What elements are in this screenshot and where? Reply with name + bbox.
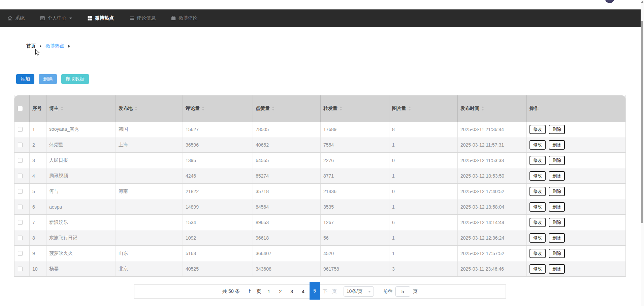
- header-comments[interactable]: 评论量: [183, 95, 253, 122]
- row-checkbox[interactable]: [18, 251, 23, 256]
- nav-item-profile[interactable]: 个人中心: [40, 9, 72, 27]
- row-checkbox[interactable]: [18, 174, 23, 178]
- table-row: 1 sooyaaa_智秀 韩国 15627 78505 17689 8 2025…: [14, 122, 625, 137]
- row-checkbox[interactable]: [18, 189, 23, 194]
- delete-button[interactable]: 删除: [549, 202, 565, 212]
- next-page-button[interactable]: 下一页: [323, 288, 337, 295]
- cell-publish-time: 2025-03-11 21:36:44: [458, 122, 527, 137]
- cell-publish-time: 2025-03-12 17:57:52: [458, 246, 527, 261]
- page-number-1[interactable]: 1: [263, 289, 275, 294]
- delete-button[interactable]: 删除: [39, 74, 57, 84]
- header-reposts[interactable]: 转发量: [321, 95, 389, 122]
- scroll-up-icon[interactable]: [641, 1, 644, 3]
- cell-comments: 40525: [183, 261, 253, 276]
- delete-button[interactable]: 删除: [549, 140, 565, 150]
- page-number-2[interactable]: 2: [275, 289, 286, 294]
- cell-likes: 78505: [253, 122, 321, 137]
- cell-location: [116, 199, 183, 214]
- sort-caret-icon[interactable]: [135, 106, 137, 111]
- delete-button[interactable]: 删除: [549, 264, 565, 274]
- sort-caret-icon[interactable]: [272, 106, 275, 111]
- cell-images: 1: [389, 199, 458, 214]
- row-checkbox[interactable]: [18, 143, 23, 147]
- header-likes[interactable]: 点赞量: [253, 95, 321, 122]
- row-checkbox[interactable]: [18, 205, 23, 209]
- cell-blogger: aespa: [46, 199, 116, 214]
- delete-button[interactable]: 删除: [549, 171, 565, 181]
- hotspots-table: 序号 博主 发布地 评论量 点赞量 转发量 图片量 发布时间: [14, 95, 626, 277]
- cell-seq: 9: [30, 246, 46, 261]
- table-row: 8 东施飞行日记 1092 96618 56 1 2025-03-12 12:3…: [14, 230, 625, 246]
- delete-button[interactable]: 删除: [549, 125, 565, 134]
- cell-blogger: sooyaaa_智秀: [46, 122, 116, 137]
- edit-button[interactable]: 修改: [529, 202, 546, 212]
- cell-publish-time: 2025-03-11 23:46:46: [458, 261, 527, 276]
- cell-location: 海南: [116, 184, 183, 199]
- sort-caret-icon[interactable]: [340, 106, 342, 111]
- edit-button[interactable]: 修改: [529, 171, 546, 181]
- cell-likes: 96618: [253, 230, 321, 245]
- prev-page-button[interactable]: 上一页: [247, 288, 261, 295]
- header-images[interactable]: 图片量: [389, 95, 458, 122]
- edit-button[interactable]: 修改: [529, 140, 546, 150]
- goto-page-input[interactable]: [395, 286, 410, 297]
- row-checkbox[interactable]: [18, 127, 23, 132]
- cell-location: [116, 230, 183, 245]
- cell-images: 3: [389, 261, 458, 276]
- page-size-select[interactable]: 10条/页: [344, 286, 374, 297]
- delete-button[interactable]: 删除: [549, 218, 565, 227]
- edit-button[interactable]: 修改: [529, 264, 546, 274]
- header-location[interactable]: 发布地: [116, 95, 183, 122]
- table-row: 9 菠萝吹火火 山东 5163 366407 4520 1 2025-03-12…: [14, 246, 625, 261]
- delete-button[interactable]: 删除: [549, 187, 565, 196]
- cell-blogger: 何与: [46, 184, 116, 199]
- delete-button[interactable]: 删除: [549, 249, 565, 258]
- page-number-3[interactable]: 3: [286, 289, 297, 294]
- add-button[interactable]: 添加: [16, 74, 34, 84]
- page-number-4[interactable]: 4: [297, 289, 309, 294]
- cell-seq: 6: [30, 199, 46, 214]
- row-checkbox[interactable]: [18, 236, 23, 240]
- delete-button[interactable]: 删除: [549, 156, 565, 165]
- page-number-5[interactable]: 5: [310, 282, 320, 300]
- cell-location: 上海: [116, 137, 183, 152]
- edit-button[interactable]: 修改: [529, 125, 546, 134]
- scrollbar-thumb[interactable]: [641, 21, 643, 223]
- table-row: 4 腾讯视频 4246 65274 8771 1 2025-03-12 10:5…: [14, 168, 625, 184]
- sort-caret-icon[interactable]: [61, 106, 63, 111]
- sort-caret-icon[interactable]: [202, 106, 204, 111]
- edit-button[interactable]: 修改: [529, 218, 546, 227]
- row-checkbox[interactable]: [18, 220, 23, 225]
- grid-icon: [87, 16, 93, 21]
- table-row: 10 杨幂 北京 40525 343608 961758 3 2025-03-1…: [14, 261, 625, 277]
- edit-button[interactable]: 修改: [529, 249, 546, 258]
- user-avatar[interactable]: [605, 0, 614, 3]
- edit-button[interactable]: 修改: [529, 233, 546, 243]
- crawl-data-button[interactable]: 爬取数据: [61, 74, 89, 84]
- vertical-scrollbar[interactable]: [641, 0, 644, 306]
- cell-reposts: 56: [321, 230, 389, 245]
- nav-item-weibo-hotspots[interactable]: 微博热点: [87, 9, 114, 27]
- nav-item-system[interactable]: 系统: [7, 9, 25, 27]
- sort-caret-icon[interactable]: [408, 106, 411, 111]
- header-blogger[interactable]: 博主: [46, 95, 116, 122]
- table-body: 1 sooyaaa_智秀 韩国 15627 78505 17689 8 2025…: [14, 122, 625, 277]
- breadcrumb-home[interactable]: 首页: [26, 43, 36, 49]
- header-publish-time[interactable]: 发布时间: [458, 95, 527, 122]
- nav-item-comment-info[interactable]: 评论信息: [129, 9, 156, 27]
- nav-label: 微博评论: [179, 15, 197, 21]
- cell-location: [116, 153, 183, 168]
- cell-location: [116, 168, 183, 183]
- row-checkbox[interactable]: [18, 267, 23, 271]
- edit-button[interactable]: 修改: [529, 187, 546, 196]
- sort-caret-icon[interactable]: [481, 106, 484, 111]
- delete-button[interactable]: 删除: [549, 233, 565, 243]
- breadcrumb-weibo-hotspots[interactable]: 微博热点: [45, 43, 64, 49]
- edit-button[interactable]: 修改: [529, 156, 546, 165]
- nav-item-weibo-comments[interactable]: 微博评论: [171, 9, 197, 27]
- row-checkbox[interactable]: [18, 158, 23, 163]
- cell-comments: 1395: [183, 153, 253, 168]
- toolbar: 添加 删除 爬取数据: [16, 74, 89, 84]
- select-all-checkbox[interactable]: [18, 106, 23, 111]
- top-navbar: 系统 个人中心 微博热点 评论信息: [0, 9, 641, 27]
